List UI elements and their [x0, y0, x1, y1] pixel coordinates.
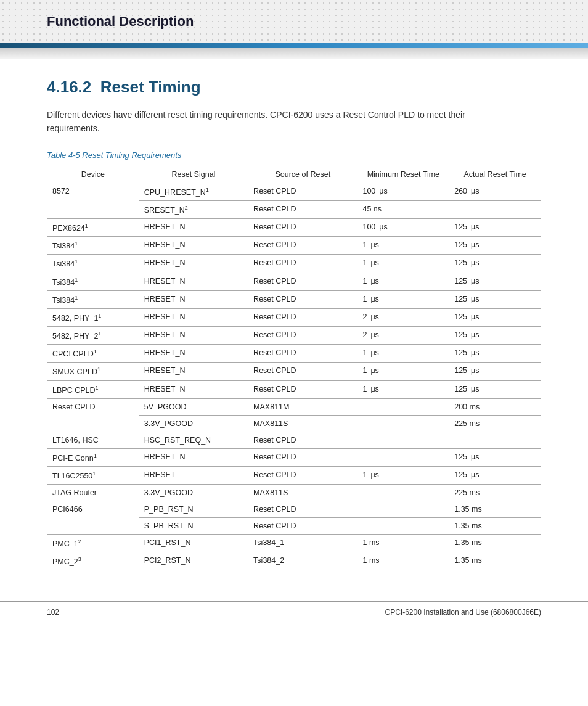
cell-signal: HSC_RST_REQ_N — [139, 432, 248, 448]
table-row: CPCI CPLD1HRESET_NReset CPLD1 μs125 μs — [47, 345, 541, 363]
cell-signal: HRESET — [139, 466, 248, 484]
cell-min-time: 1 μs — [357, 345, 449, 363]
cell-actual-time: 200 ms — [449, 398, 541, 415]
cell-signal: HRESET_N — [139, 308, 248, 326]
cell-min-time: 1 μs — [357, 255, 449, 273]
cell-signal: HRESET_N — [139, 380, 248, 398]
table-row: LT1646, HSCHSC_RST_REQ_NReset CPLD — [47, 432, 541, 448]
table-row: SMUX CPLD1HRESET_NReset CPLD1 μs125 μs — [47, 363, 541, 380]
table-row: PMC_12PCI1_RST_NTsi384_11 ms1.35 ms — [47, 534, 541, 552]
cell-signal: S_PB_RST_N — [139, 517, 248, 534]
cell-actual-time — [449, 200, 541, 218]
cell-signal: CPU_HRESET_N1 — [139, 183, 248, 200]
cell-source: Reset CPLD — [248, 380, 357, 398]
cell-signal: SRESET_N2 — [139, 200, 248, 218]
cell-actual-time: 125 μs — [449, 290, 541, 308]
cell-signal: 3.3V_PGOOD — [139, 415, 248, 432]
cell-min-time: 1 ms — [357, 552, 449, 570]
cell-source: Reset CPLD — [248, 200, 357, 218]
col-header-device: Device — [47, 166, 139, 183]
footer: 102 CPCI-6200 Installation and Use (6806… — [0, 601, 588, 623]
blue-accent-bar — [0, 43, 588, 48]
table-row: Tsi3841HRESET_NReset CPLD1 μs125 μs — [47, 290, 541, 308]
col-header-min-reset: Minimum Reset Time — [357, 166, 449, 183]
cell-device: TL16C25501 — [47, 466, 139, 484]
cell-device: CPCI CPLD1 — [47, 345, 139, 363]
table-row: 8572CPU_HRESET_N1Reset CPLD100 μs260 μs — [47, 183, 541, 200]
cell-actual-time: 125 μs — [449, 219, 541, 237]
cell-device: PEX86241 — [47, 219, 139, 237]
cell-min-time: 1 μs — [357, 290, 449, 308]
header-background: Functional Description — [0, 0, 588, 43]
cell-device: Tsi3841 — [47, 290, 139, 308]
cell-signal: HRESET_N — [139, 255, 248, 273]
cell-device: LBPC CPLD1 — [47, 380, 139, 398]
page-number: 102 — [47, 608, 59, 617]
cell-device: 5482, PHY_11 — [47, 308, 139, 326]
cell-source: MAX811S — [248, 415, 357, 432]
cell-min-time — [357, 398, 449, 415]
cell-signal: PCI2_RST_N — [139, 552, 248, 570]
cell-device: JTAG Router — [47, 484, 139, 501]
table-row: Tsi3841HRESET_NReset CPLD1 μs125 μs — [47, 273, 541, 290]
cell-signal: P_PB_RST_N — [139, 501, 248, 517]
cell-signal: HRESET_N — [139, 290, 248, 308]
cell-source: Reset CPLD — [248, 327, 357, 345]
cell-min-time — [357, 501, 449, 517]
cell-actual-time: 260 μs — [449, 183, 541, 200]
table-row: JTAG Router3.3V_PGOODMAX811S225 ms — [47, 484, 541, 501]
cell-signal: HRESET_N — [139, 273, 248, 290]
cell-min-time: 1 μs — [357, 363, 449, 380]
cell-signal: HRESET_N — [139, 237, 248, 255]
cell-device: SMUX CPLD1 — [47, 363, 139, 380]
col-header-signal: Reset Signal — [139, 166, 248, 183]
cell-actual-time: 125 μs — [449, 448, 541, 466]
section-intro: Different devices have different reset t… — [47, 108, 491, 136]
cell-min-time — [357, 448, 449, 466]
cell-device: Reset CPLD — [47, 398, 139, 432]
table-row: Tsi3841HRESET_NReset CPLD1 μs125 μs — [47, 237, 541, 255]
cell-source: Reset CPLD — [248, 517, 357, 534]
table-row: PCI-E Conn1HRESET_NReset CPLD125 μs — [47, 448, 541, 466]
cell-device: PMC_23 — [47, 552, 139, 570]
cell-actual-time: 125 μs — [449, 363, 541, 380]
cell-source: Reset CPLD — [248, 448, 357, 466]
gray-bar — [0, 48, 588, 59]
cell-actual-time — [449, 432, 541, 448]
cell-min-time — [357, 415, 449, 432]
cell-min-time: 1 μs — [357, 273, 449, 290]
reset-timing-table: Device Reset Signal Source of Reset Mini… — [47, 166, 541, 571]
cell-source: Reset CPLD — [248, 363, 357, 380]
section-number: 4.16.2 — [47, 78, 91, 96]
cell-actual-time: 125 μs — [449, 308, 541, 326]
cell-min-time: 1 ms — [357, 534, 449, 552]
cell-min-time — [357, 432, 449, 448]
cell-actual-time: 1.35 ms — [449, 534, 541, 552]
cell-actual-time: 1.35 ms — [449, 552, 541, 570]
cell-signal: HRESET_N — [139, 345, 248, 363]
cell-source: Tsi384_1 — [248, 534, 357, 552]
cell-device: Tsi3841 — [47, 237, 139, 255]
cell-actual-time: 125 μs — [449, 466, 541, 484]
cell-source: Reset CPLD — [248, 308, 357, 326]
table-header-row: Device Reset Signal Source of Reset Mini… — [47, 166, 541, 183]
table-row: LBPC CPLD1HRESET_NReset CPLD1 μs125 μs — [47, 380, 541, 398]
section-title: Reset Timing — [100, 78, 201, 96]
cell-source: MAX811M — [248, 398, 357, 415]
table-row: 5482, PHY_11HRESET_NReset CPLD2 μs125 μs — [47, 308, 541, 326]
table-row: TL16C25501HRESETReset CPLD1 μs125 μs — [47, 466, 541, 484]
cell-actual-time: 125 μs — [449, 255, 541, 273]
cell-min-time — [357, 517, 449, 534]
col-header-actual-reset: Actual Reset Time — [449, 166, 541, 183]
cell-source: Reset CPLD — [248, 183, 357, 200]
table-row: Reset CPLD5V_PGOODMAX811M200 ms — [47, 398, 541, 415]
cell-signal: HRESET_N — [139, 448, 248, 466]
table-row: PEX86241HRESET_NReset CPLD100 μs125 μs — [47, 219, 541, 237]
cell-source: MAX811S — [248, 484, 357, 501]
table-row: PCI6466P_PB_RST_NReset CPLD1.35 ms — [47, 501, 541, 517]
cell-actual-time: 125 μs — [449, 327, 541, 345]
cell-device: PCI6466 — [47, 501, 139, 534]
cell-actual-time: 225 ms — [449, 484, 541, 501]
cell-signal: HRESET_N — [139, 363, 248, 380]
cell-min-time: 45 ns — [357, 200, 449, 218]
